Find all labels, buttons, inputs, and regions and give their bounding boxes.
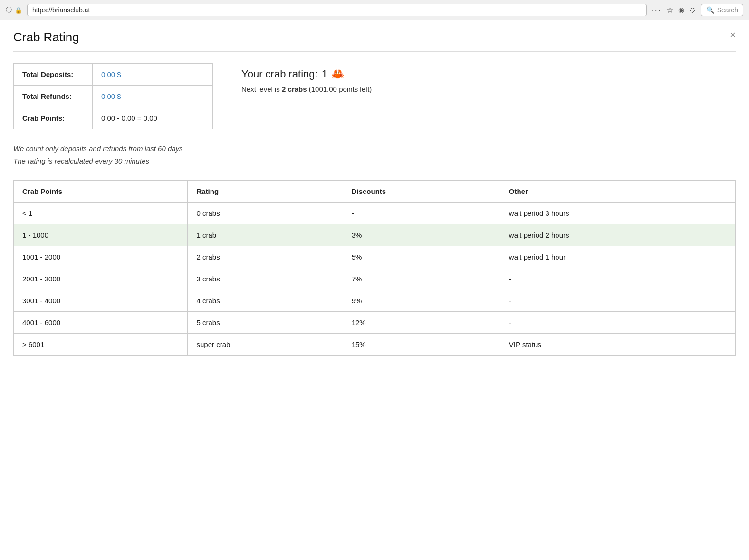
stats-row: Total Refunds:0.00 $ [14,86,213,107]
rating-panel: Your crab rating: 1 🦀 Next level is 2 cr… [241,63,372,129]
cell-points: 2001 - 3000 [14,268,188,290]
cell-rating: 1 crab [188,224,343,246]
cell-rating: 5 crabs [188,312,343,334]
table-header-row: Crab Points Rating Discounts Other [14,181,736,203]
cell-points: 1001 - 2000 [14,246,188,268]
cell-discounts: 3% [343,224,500,246]
cell-points: > 6001 [14,334,188,356]
page-header: Crab Rating × [13,30,736,52]
shield-icon[interactable]: 🛡 [689,6,696,14]
stats-value: 0.00 $ [92,86,212,107]
cell-points: 1 - 1000 [14,224,188,246]
next-level-value: 2 crabs [282,85,307,93]
lock-icon: 🔒 [15,7,22,14]
table-row: < 10 crabs-wait period 3 hours [14,203,736,224]
stats-label: Crab Points: [14,107,93,129]
browser-security-icons: ⓘ 🔒 [6,6,22,14]
table-row: 4001 - 60005 crabs12%- [14,312,736,334]
next-level-info: Next level is 2 crabs (1001.00 points le… [241,85,372,93]
cell-rating: 0 crabs [188,203,343,224]
search-label: Search [717,6,738,14]
stats-label: Total Refunds: [14,86,93,107]
url-text: https://briansclub.at [32,6,90,14]
cell-discounts: 5% [343,246,500,268]
col-header-crab-points: Crab Points [14,181,188,203]
ratings-table: Crab Points Rating Discounts Other < 10 … [13,180,736,356]
cell-other: wait period 3 hours [500,203,735,224]
table-row: 3001 - 40004 crabs9%- [14,290,736,312]
page-title: Crab Rating [13,30,79,45]
note-line-2: The rating is recalculated every 30 minu… [13,155,736,167]
cell-rating: 2 crabs [188,246,343,268]
cell-discounts: 15% [343,334,500,356]
info-icon: ⓘ [6,6,12,14]
table-row: 1001 - 20002 crabs5%wait period 1 hour [14,246,736,268]
crab-emoji: 🦀 [331,68,344,80]
more-icon[interactable]: ··· [652,5,662,15]
page-content: Crab Rating × Total Deposits:0.00 $Total… [0,20,749,365]
your-crab-rating-label: Your crab rating: [241,68,318,80]
cell-other: wait period 2 hours [500,224,735,246]
close-button[interactable]: × [730,30,736,39]
cell-points: 4001 - 6000 [14,312,188,334]
top-section: Total Deposits:0.00 $Total Refunds:0.00 … [13,63,736,129]
stats-row: Total Deposits:0.00 $ [14,64,213,86]
stats-row: Crab Points:0.00 - 0.00 = 0.00 [14,107,213,129]
cell-discounts: 12% [343,312,500,334]
browser-right-controls: ··· ☆ ◉ 🛡 🔍 Search [652,4,743,16]
browser-chrome: ⓘ 🔒 https://briansclub.at ··· ☆ ◉ 🛡 🔍 Se… [0,0,749,20]
crab-rating-display: Your crab rating: 1 🦀 [241,68,372,80]
col-header-rating: Rating [188,181,343,203]
stats-value: 0.00 - 0.00 = 0.00 [92,107,212,129]
col-header-other: Other [500,181,735,203]
crab-rating-level: 1 [322,68,327,80]
notes-section: We count only deposits and refunds from … [13,143,736,167]
cell-points: 3001 - 4000 [14,290,188,312]
cell-rating: super crab [188,334,343,356]
cell-other: - [500,268,735,290]
cell-other: wait period 1 hour [500,246,735,268]
bookmark-icon[interactable]: ☆ [666,5,673,15]
cell-rating: 4 crabs [188,290,343,312]
eye-icon[interactable]: ◉ [678,6,684,14]
cell-rating: 3 crabs [188,268,343,290]
table-row: > 6001super crab15%VIP status [14,334,736,356]
stats-label: Total Deposits: [14,64,93,86]
last-60-days-link[interactable]: last 60 days [145,145,183,153]
col-header-discounts: Discounts [343,181,500,203]
table-row: 2001 - 30003 crabs7%- [14,268,736,290]
cell-discounts: - [343,203,500,224]
next-level-prefix: Next level is [241,85,280,93]
cell-other: - [500,312,735,334]
stats-table: Total Deposits:0.00 $Total Refunds:0.00 … [13,63,213,129]
note-line-1: We count only deposits and refunds from … [13,143,736,155]
cell-points: < 1 [14,203,188,224]
address-bar[interactable]: https://briansclub.at [27,4,647,16]
cell-other: VIP status [500,334,735,356]
search-box[interactable]: 🔍 Search [701,4,743,16]
note-line1-before: We count only deposits and refunds from [13,145,145,153]
cell-other: - [500,290,735,312]
points-left: (1001.00 points left) [309,85,372,93]
cell-discounts: 7% [343,268,500,290]
search-icon: 🔍 [706,6,714,14]
stats-value: 0.00 $ [92,64,212,86]
table-row: 1 - 10001 crab3%wait period 2 hours [14,224,736,246]
cell-discounts: 9% [343,290,500,312]
